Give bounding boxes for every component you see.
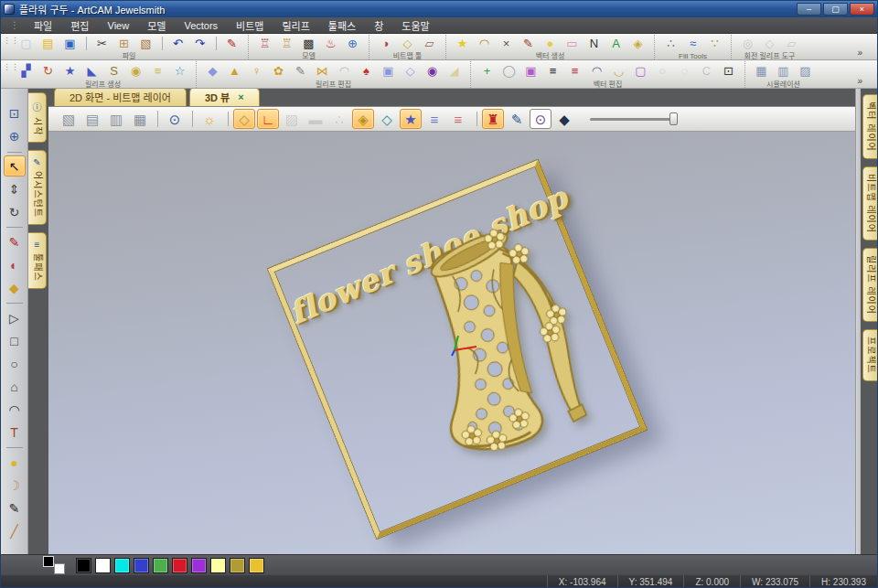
hatch-star-button[interactable]: ≡ (564, 61, 585, 80)
slider-handle[interactable] (669, 112, 678, 125)
arc-node-button[interactable]: ◠ (586, 61, 607, 80)
pillow-relief-button[interactable]: ▣ (378, 61, 399, 80)
menu-item[interactable]: View (99, 19, 139, 32)
tab-vector-layers[interactable]: 벡터 레이어 (862, 94, 877, 159)
paint-tools-button[interactable]: ▱ (419, 35, 440, 52)
menu-item[interactable]: 편집 (61, 17, 98, 34)
extrude-relief-button[interactable]: ◣ (81, 61, 102, 80)
3d-viewport[interactable]: flower shoe shop (48, 132, 855, 554)
bitmap-fold-tool[interactable]: ◆ (4, 277, 26, 298)
preview-dots-button[interactable]: ∴ (328, 109, 350, 129)
model-import-gold-button[interactable]: ♖ (276, 35, 297, 52)
simulate-reset-button[interactable]: ▨ (795, 61, 816, 80)
droplet-tool[interactable]: ● (4, 452, 26, 473)
star-relief-button[interactable]: ★ (59, 61, 80, 80)
secondary-color-swatch[interactable] (54, 563, 65, 574)
emboss-frame-button[interactable]: ▣ (520, 61, 541, 80)
calligraphy-pen-tool[interactable]: ✎ (4, 497, 26, 519)
flower-relief-button[interactable]: ✿ (268, 61, 289, 80)
shading-slider[interactable] (590, 112, 678, 126)
close-button[interactable]: × (850, 3, 874, 16)
paint-sphere-tool[interactable]: ◐ (4, 254, 26, 275)
notes-button[interactable]: ✎ (221, 35, 242, 52)
origin-toggle[interactable]: ∟ (257, 109, 279, 129)
sculpt-relief-button[interactable]: ✎ (290, 61, 311, 80)
menu-item[interactable]: 창 (365, 17, 392, 34)
fit-selection-button[interactable]: ⊡ (718, 61, 739, 80)
menu-item[interactable]: Vectors (175, 19, 227, 32)
cut-button[interactable]: ✂ (91, 35, 112, 52)
relief-ghost-button[interactable]: ▨ (281, 109, 303, 129)
primary-secondary-colors[interactable] (43, 556, 67, 574)
blob-vector-button[interactable]: ● (540, 35, 561, 52)
hatch-vector-button[interactable]: ≡ (542, 61, 563, 80)
tab-assistant[interactable]: ✎ 어시스턴트 (28, 150, 47, 225)
sphere-model-button[interactable]: ⊕ (342, 35, 363, 52)
toolpath-sim-button[interactable]: ♜ (482, 109, 504, 129)
top-view-button[interactable]: ▦ (129, 109, 151, 129)
toolbar-overflow-chevron[interactable]: » (855, 76, 864, 88)
draft-plane-toggle[interactable]: ◇ (233, 109, 255, 129)
brush-preview-button[interactable]: ✎ (506, 109, 528, 129)
relief-wrap-button[interactable]: ◈ (627, 35, 648, 52)
dashed-oval-button[interactable]: ◌ (674, 61, 695, 80)
maximize-button[interactable]: ▢ (823, 3, 848, 16)
polygon-tool[interactable]: ⌂ (4, 376, 26, 397)
side-view-button[interactable]: ▥ (105, 109, 127, 129)
ascii-import-button[interactable]: A (605, 35, 626, 52)
cone-relief-button[interactable]: ▲ (224, 61, 245, 80)
text-tool[interactable]: T (4, 422, 26, 443)
primary-color-swatch[interactable] (43, 556, 54, 567)
relief-eraser-button[interactable]: ◢ (444, 61, 465, 80)
open-model-button[interactable]: ▤ (37, 35, 59, 52)
curve-pencil-button[interactable]: ✎ (518, 35, 539, 52)
palette-swatch[interactable] (95, 558, 111, 573)
weave-relief-button[interactable]: ◉ (125, 61, 146, 80)
spinner-relief-button[interactable]: ⋈ (312, 61, 333, 80)
tab-project[interactable]: 프로젝트 (862, 329, 877, 381)
offset-vector-button[interactable]: + (476, 61, 498, 80)
fill-flow-button[interactable]: ≈ (682, 35, 703, 52)
circle-tool[interactable]: ○ (4, 353, 26, 374)
zoom-box-tool[interactable]: ⊡ (4, 102, 26, 123)
sparkle-relief-button[interactable]: ◉ (422, 61, 443, 80)
bitmap-sculpt-button[interactable]: ◑ (375, 35, 396, 52)
palette-swatch[interactable] (153, 558, 168, 573)
tab-toolpaths[interactable]: ≡ 툴패스 (28, 232, 47, 289)
rotate-tool[interactable]: ↻ (4, 201, 26, 222)
shell-tool[interactable]: ☽ (4, 475, 26, 496)
delete-node-button[interactable]: × (496, 35, 517, 52)
gradient-shade-button[interactable]: ◆ (553, 109, 575, 129)
transform-tool[interactable]: ⇕ (4, 178, 26, 199)
undo-button[interactable]: ↶ (167, 35, 188, 52)
palette-swatch[interactable] (191, 558, 207, 573)
laser-scan-button[interactable]: ♨ (320, 35, 341, 52)
nesting-button[interactable]: N (584, 35, 605, 52)
star-overlay-button[interactable]: ★ (400, 109, 422, 129)
rotary-relief-button[interactable]: ◎ (737, 35, 758, 52)
layers-blue-button[interactable]: ≡ (423, 109, 445, 129)
lighting-button[interactable]: ☼ (198, 109, 220, 129)
fill-scatter-button[interactable]: ∴ (660, 35, 681, 52)
new-model-button[interactable]: ▢ (16, 35, 37, 52)
open-contour-button[interactable]: C (696, 61, 717, 80)
tab-relief-layers[interactable]: 릴리프 레이어 (862, 248, 877, 322)
copy-button[interactable]: ⊞ (113, 35, 134, 52)
menu-item[interactable]: 파일 (25, 17, 61, 34)
palette-swatch[interactable] (230, 558, 245, 573)
palette-swatch[interactable] (134, 558, 149, 573)
node-edit-tool[interactable]: ▷ (4, 307, 26, 328)
pin-relief-button[interactable]: ♀ (246, 61, 267, 80)
tab-3d-view[interactable]: 3D 뷰× (189, 87, 260, 106)
tab-2d-view[interactable]: 2D 화면 - 비트맵 레이어 (54, 87, 187, 106)
ghost-blob-button[interactable]: ○ (652, 61, 673, 80)
vector-eraser-button[interactable]: ▭ (562, 35, 583, 52)
relief-layers-button[interactable]: ≡ (147, 61, 168, 80)
front-view-button[interactable]: ▤ (81, 109, 103, 129)
bitmap-to-vector-button[interactable]: ◇ (397, 35, 418, 52)
tab-start[interactable]: ⓘ 시작 (28, 92, 47, 143)
menu-item[interactable]: 도움말 (392, 17, 438, 34)
spin-relief-button[interactable]: S (103, 61, 124, 80)
model-import-red-button[interactable]: ♖ (254, 35, 275, 52)
mushroom-relief-button[interactable]: ♠ (356, 61, 377, 80)
